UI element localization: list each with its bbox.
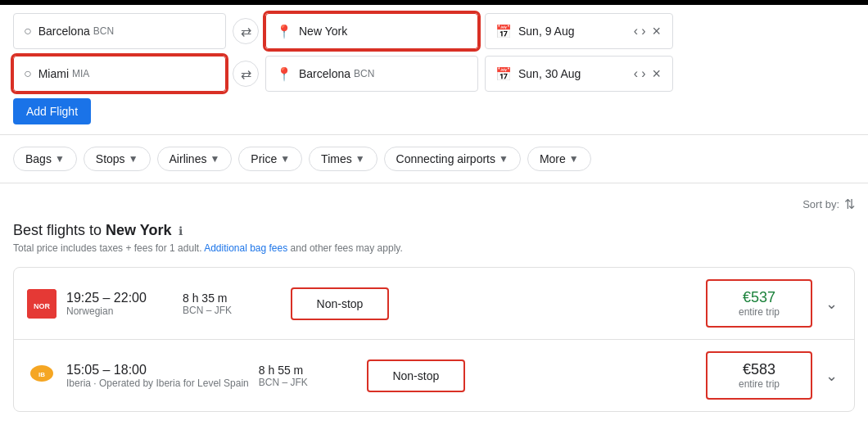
- airline-logo-2: IB: [27, 361, 57, 391]
- airline-name-1: Norwegian: [66, 305, 173, 317]
- filter-stops-label: Stops: [96, 152, 125, 165]
- flight-row-1: ○ Barcelona BCN ⇄ 📍 New York 📅 Sun, 9 Au…: [13, 13, 855, 49]
- dest-text-1: New York: [299, 25, 347, 38]
- flight-duration-1: 8 h 35 m BCN – JFK: [183, 292, 281, 316]
- price-amount-1: €537: [721, 289, 798, 306]
- bags-arrow: ▼: [55, 153, 65, 165]
- dest-field-1[interactable]: 📍 New York: [265, 13, 478, 49]
- results-section: Sort by: ⇅ Best flights to New York ℹ To…: [0, 183, 868, 425]
- stops-label-2: Non-stop: [392, 369, 439, 382]
- location-icon-1: 📍: [276, 24, 292, 39]
- remove-row-2[interactable]: ×: [650, 64, 662, 84]
- airlines-arrow: ▼: [210, 153, 219, 165]
- remove-row-1[interactable]: ×: [650, 21, 662, 42]
- route-1: BCN – JFK: [183, 305, 281, 316]
- dest-code-2: BCN: [354, 68, 374, 79]
- filter-price[interactable]: Price ▼: [238, 147, 302, 171]
- flight-times-1: 19:25 – 22:00 Norwegian: [66, 291, 173, 317]
- date-field-2[interactable]: 📅 Sun, 30 Aug ‹ › ×: [485, 56, 673, 92]
- price-box-2: €583 entire trip: [706, 351, 812, 400]
- price-box-1: €537 entire trip: [706, 279, 812, 328]
- filter-bags-label: Bags: [25, 152, 52, 165]
- origin-code-1: BCN: [93, 25, 114, 37]
- flight-item-1: NOR 19:25 – 22:00 Norwegian 8 h 35 m BCN…: [14, 268, 854, 340]
- calendar-icon-1: 📅: [495, 24, 512, 39]
- expand-button-2[interactable]: ⌄: [822, 364, 841, 388]
- circle-icon-2: ○: [24, 66, 32, 81]
- more-arrow: ▼: [569, 153, 579, 165]
- filter-times[interactable]: Times ▼: [309, 147, 377, 171]
- filter-times-label: Times: [321, 152, 352, 165]
- filter-connecting-label: Connecting airports: [396, 152, 495, 165]
- swap-button-1[interactable]: ⇄: [233, 18, 259, 44]
- origin-code-2: MIA: [72, 68, 89, 79]
- results-subtitle: Total price includes taxes + fees for 1 …: [13, 242, 855, 254]
- price-arrow: ▼: [280, 153, 290, 165]
- calendar-icon-2: 📅: [495, 66, 512, 82]
- filter-connecting-airports[interactable]: Connecting airports ▼: [384, 147, 521, 171]
- info-icon: ℹ: [179, 224, 183, 237]
- date-next-1[interactable]: ›: [640, 22, 647, 40]
- flight-row-2: ○ Miami MIA ⇄ 📍 Barcelona BCN 📅 Sun, 30 …: [13, 56, 855, 92]
- time-range-2: 15:05 – 18:00: [66, 363, 249, 378]
- sort-bar: Sort by: ⇅: [13, 197, 855, 212]
- swap-icon-1: ⇄: [241, 24, 251, 39]
- route-2: BCN – JFK: [259, 377, 357, 388]
- filter-stops[interactable]: Stops ▼: [84, 147, 151, 171]
- origin-text-1: Barcelona: [38, 25, 90, 38]
- duration-2: 8 h 55 m: [259, 364, 357, 377]
- subtitle-suffix: and other fees may apply.: [291, 242, 403, 254]
- dest-field-2[interactable]: 📍 Barcelona BCN: [265, 56, 478, 92]
- date-text-2: Sun, 30 Aug: [518, 67, 632, 80]
- iberia-logo: IB: [27, 359, 57, 393]
- airline-logo-1: NOR: [27, 289, 57, 319]
- sort-label: Sort by:: [802, 198, 839, 210]
- origin-field-2[interactable]: ○ Miami MIA: [13, 56, 226, 92]
- flight-duration-2: 8 h 55 m BCN – JFK: [259, 364, 357, 388]
- dest-text-2: Barcelona: [299, 67, 350, 80]
- filter-more-label: More: [540, 152, 566, 165]
- date-prev-2[interactable]: ‹: [632, 65, 640, 83]
- date-next-2[interactable]: ›: [640, 65, 647, 83]
- origin-text-2: Miami: [38, 67, 69, 80]
- norwegian-logo: NOR: [27, 289, 57, 319]
- svg-text:IB: IB: [38, 371, 45, 378]
- times-arrow: ▼: [355, 153, 365, 165]
- bag-fees-link[interactable]: Additional bag fees: [204, 242, 287, 254]
- filter-price-label: Price: [251, 152, 277, 165]
- swap-icon-2: ⇄: [241, 66, 251, 82]
- connecting-arrow: ▼: [499, 153, 509, 165]
- search-section: ○ Barcelona BCN ⇄ 📍 New York 📅 Sun, 9 Au…: [0, 5, 868, 135]
- title-dest: New York: [106, 222, 171, 238]
- flight-item-2: IB 15:05 – 18:00 Iberia · Operated by Ib…: [14, 340, 854, 411]
- circle-icon-1: ○: [24, 24, 32, 38]
- results-title: Best flights to New York ℹ: [13, 222, 855, 239]
- filter-airlines-label: Airlines: [170, 152, 207, 165]
- expand-button-1[interactable]: ⌄: [822, 292, 841, 316]
- add-flight-button[interactable]: Add Flight: [13, 98, 91, 124]
- price-note-2: entire trip: [721, 378, 798, 390]
- location-icon-2: 📍: [276, 66, 292, 82]
- origin-field-1[interactable]: ○ Barcelona BCN: [13, 13, 226, 49]
- date-prev-1[interactable]: ‹: [632, 22, 640, 40]
- price-note-1: entire trip: [721, 306, 798, 318]
- flight-times-2: 15:05 – 18:00 Iberia · Operated by Iberi…: [66, 363, 249, 389]
- filter-more[interactable]: More ▼: [527, 147, 591, 171]
- flight-rows: ○ Barcelona BCN ⇄ 📍 New York 📅 Sun, 9 Au…: [13, 13, 855, 92]
- date-text-1: Sun, 9 Aug: [518, 25, 632, 38]
- filter-airlines[interactable]: Airlines ▼: [157, 147, 233, 171]
- date-field-1[interactable]: 📅 Sun, 9 Aug ‹ › ×: [485, 13, 673, 49]
- sort-icon[interactable]: ⇅: [844, 197, 855, 212]
- filter-bags[interactable]: Bags ▼: [13, 147, 77, 171]
- time-range-1: 19:25 – 22:00: [66, 291, 173, 305]
- price-amount-2: €583: [721, 361, 798, 378]
- flight-list: NOR 19:25 – 22:00 Norwegian 8 h 35 m BCN…: [13, 267, 855, 412]
- stops-arrow: ▼: [129, 153, 138, 165]
- airline-name-2: Iberia · Operated by Iberia for Level Sp…: [66, 378, 249, 389]
- swap-button-2[interactable]: ⇄: [233, 61, 259, 87]
- title-prefix: Best flights to: [13, 222, 106, 238]
- svg-text:NOR: NOR: [34, 302, 51, 310]
- stops-box-1: Non-stop: [291, 287, 389, 320]
- filters-section: Bags ▼ Stops ▼ Airlines ▼ Price ▼ Times …: [0, 135, 868, 183]
- duration-1: 8 h 35 m: [183, 292, 281, 305]
